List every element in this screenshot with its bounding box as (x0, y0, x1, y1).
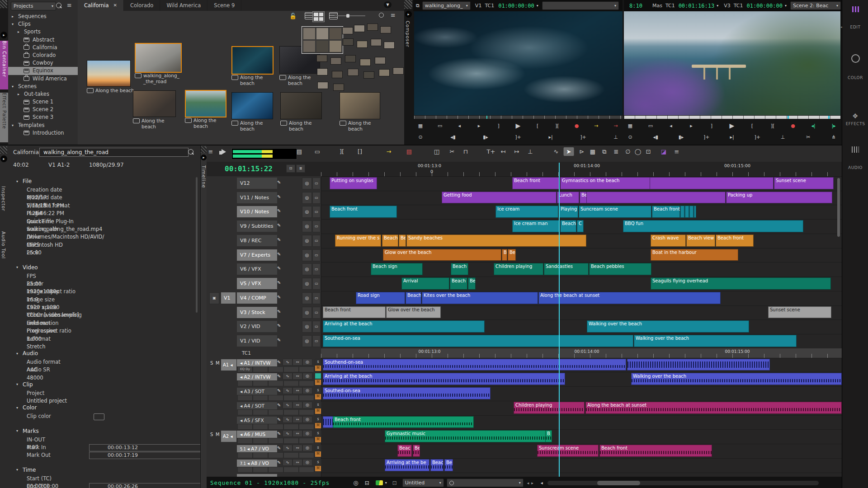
search-next-icon[interactable]: ▸ (531, 481, 533, 485)
track-lane[interactable]: BeacBeSunscream sceneBeach front (321, 444, 842, 459)
track-monitor-button[interactable]: ▭ (312, 292, 321, 304)
mute-indicator[interactable]: M (315, 422, 321, 429)
section-header-video[interactable]: ▾Video (16, 264, 197, 271)
sidebar-item-clips[interactable]: ▾Clips (8, 20, 78, 28)
split-clip-icon[interactable]: ◫ (434, 148, 439, 155)
text-tool-icon[interactable]: T+ (487, 148, 495, 155)
video-monitor-icon[interactable]: ⊡ (392, 480, 397, 486)
track-power-button[interactable]: ◎ (302, 335, 312, 347)
video-output-icon[interactable]: ⊡ (646, 148, 651, 155)
timeline-clip[interactable]: Southend-on-sea (323, 359, 626, 371)
gang-monitor-button[interactable]: ▭ (436, 123, 443, 129)
record-button[interactable]: ● (789, 123, 797, 129)
solo-indicator[interactable] (315, 373, 321, 379)
chevron-down-icon[interactable]: ▾ (385, 481, 387, 485)
trim-mode-button[interactable]: ⋔ (830, 134, 837, 140)
sync-point-button[interactable]: ⊥ (779, 134, 787, 140)
timeline-clip[interactable]: Beac (430, 459, 443, 471)
track-lane[interactable]: Running over the sBeachBeSandy beachesCr… (321, 234, 842, 249)
bin-mini-thumbnail[interactable] (342, 27, 353, 34)
timeline-horizontal-scrollbar[interactable] (547, 481, 819, 485)
bin-frame-cluster[interactable] (302, 26, 343, 54)
bin-tab-colorado[interactable]: Colorado (124, 0, 160, 11)
play-to-out-button[interactable]: ▸| (547, 134, 554, 140)
audio-effect-slot[interactable]: EQ Dy (237, 366, 253, 372)
audio-effect-slot[interactable] (253, 395, 268, 401)
automation-button[interactable]: ∾ (292, 416, 302, 423)
track-power-button[interactable]: ◎ (302, 249, 312, 261)
timeline-clip[interactable]: Southed-on-sea (323, 335, 633, 347)
slider-knob[interactable] (346, 14, 349, 18)
track-button-a1[interactable]: ◂ A1 / INTVW (237, 359, 277, 366)
play-button[interactable]: ▶ (514, 122, 522, 129)
track-button-v6[interactable]: V6 / VFX (237, 263, 277, 275)
timeline-clip[interactable] (323, 416, 333, 428)
sync-point-button[interactable]: ⊥ (612, 134, 619, 140)
next-edit-button[interactable]: ▮▸ (482, 134, 489, 140)
automation-button[interactable]: ∾ (292, 402, 302, 408)
audio-effect-slot[interactable] (299, 380, 314, 386)
audio-patch-button[interactable]: A1 ◂ (221, 359, 236, 371)
audio-effect-slot[interactable] (253, 366, 268, 372)
keyframe-tool-icon[interactable]: ⊳ (580, 148, 585, 155)
power-button[interactable]: ◎ (302, 387, 312, 394)
pencil-icon[interactable]: ✎ (277, 460, 281, 465)
mark-out-button[interactable]: ] (708, 123, 715, 129)
audio-effect-slot[interactable] (283, 380, 299, 386)
track-button-a2[interactable]: ◂ A2 / INTVW (237, 373, 277, 380)
bin-search-icon[interactable] (379, 13, 384, 18)
timeline-clip[interactable]: Be (508, 249, 516, 261)
sidebar-item-sports[interactable]: ▸Sports (8, 28, 78, 36)
timeline-clip[interactable]: C (577, 220, 584, 232)
scroll-left-icon[interactable]: ◂ (541, 480, 543, 485)
audio-effect-slot[interactable] (299, 438, 314, 444)
marker-tool-icon[interactable]: ◯ (635, 148, 642, 155)
automation-button[interactable]: ∾ (292, 373, 302, 380)
bin-tab-scene-9[interactable]: Scene 9 (208, 0, 241, 11)
audio-effect-slot[interactable] (268, 395, 283, 401)
audio-effect-slot[interactable] (268, 452, 283, 458)
audio-effect-slot[interactable] (299, 366, 314, 372)
timeline-clip[interactable] (586, 192, 726, 204)
audio-effect-slot[interactable] (268, 380, 283, 386)
track-power-button[interactable]: ◎ (302, 221, 312, 232)
track-button-a8[interactable]: 7.1◂ A8 / VO (237, 460, 277, 467)
timeline-collapse-icon[interactable]: ▸ (201, 155, 207, 160)
pencil-icon[interactable]: ✎ (277, 374, 281, 379)
bin-clip-thumbnail[interactable] (87, 60, 131, 87)
mute-indicator[interactable]: M (315, 436, 321, 443)
bin-mini-thumbnail[interactable] (375, 57, 386, 64)
track-lane[interactable]: Ice cream manBeachCBBQ fun (321, 219, 842, 234)
link-toggle-button[interactable]: ⊙ (627, 134, 634, 140)
next-edit-button[interactable]: ▮▸ (678, 134, 685, 140)
effect-palette-tab[interactable]: Effect Palette (0, 93, 8, 142)
audio-effect-slot[interactable] (237, 452, 253, 458)
pencil-icon[interactable]: ✎ (277, 417, 281, 422)
track-lane[interactable]: Glow over the beachBBeBoat in the harbou… (321, 248, 842, 263)
pencil-icon[interactable]: ✎ (277, 223, 281, 228)
waveform-button[interactable]: ∿ (283, 359, 292, 366)
bin-mini-thumbnail[interactable] (330, 57, 341, 65)
timeline-clip[interactable]: Road sign (356, 292, 405, 304)
audio-effect-slot[interactable] (237, 395, 253, 401)
track-lane[interactable]: ArrivalBeachBeSeagulls flying overhead (321, 277, 842, 291)
timeline-clip[interactable]: Sunscream scene (537, 445, 599, 457)
chevron-down-icon[interactable]: ▾ (16, 429, 18, 433)
mute-button[interactable]: M (216, 361, 220, 366)
track-power-button[interactable]: ◎ (302, 321, 312, 333)
power-button[interactable]: ◎ (302, 402, 312, 408)
track-lane[interactable]: Beach frontGlow over the beachSunset sce… (321, 305, 842, 320)
chevron-right-icon[interactable]: ▸ (18, 28, 24, 36)
sidebar-item-colorado[interactable]: Colorado (8, 52, 78, 59)
audio-effect-slot[interactable] (268, 424, 283, 430)
timeline-clip[interactable]: Beach front (512, 177, 560, 189)
clip-color-checkbox[interactable] (94, 413, 104, 420)
pencil-icon[interactable]: ✎ (277, 323, 281, 328)
pencil-icon[interactable]: ✎ (277, 266, 281, 271)
trim-in-button[interactable]: ]+ (514, 134, 522, 140)
quick-transition-icon[interactable]: ◪ (661, 148, 666, 155)
bin-mini-thumbnail[interactable] (354, 25, 365, 32)
bin-mini-thumbnail[interactable] (348, 69, 359, 76)
audio-effect-slot[interactable] (253, 438, 268, 444)
scrollbar-thumb[interactable] (597, 481, 640, 485)
